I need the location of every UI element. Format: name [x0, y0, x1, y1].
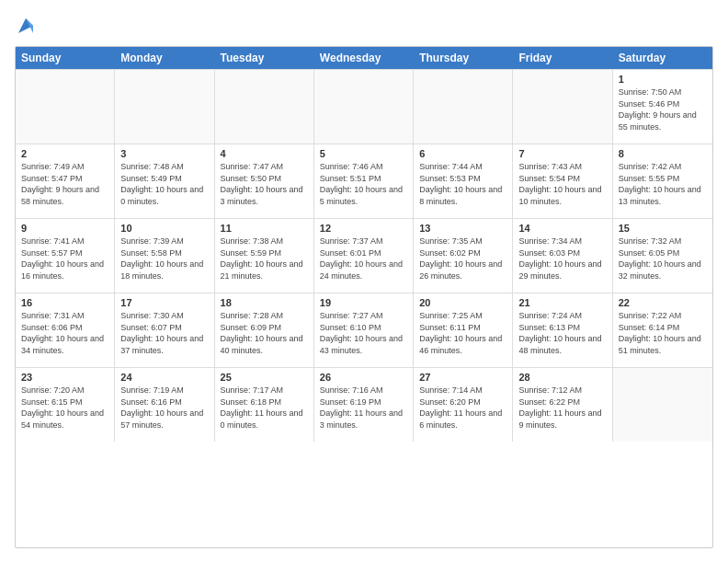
day-number: 1: [619, 74, 707, 85]
day-number: 2: [21, 148, 108, 159]
day-number: 13: [419, 223, 506, 234]
day-number: 25: [221, 372, 308, 383]
day-number: 9: [21, 223, 108, 234]
cell-info: Sunrise: 7:22 AM Sunset: 6:14 PM Dayligh…: [619, 310, 707, 356]
calendar-cell-2: 2Sunrise: 7:49 AM Sunset: 5:47 PM Daylig…: [16, 144, 115, 218]
day-number: 3: [120, 148, 208, 159]
calendar-cell-empty-2: [215, 70, 314, 144]
calendar-cell-18: 18Sunrise: 7:28 AM Sunset: 6:09 PM Dayli…: [215, 293, 314, 367]
cell-info: Sunrise: 7:46 AM Sunset: 5:51 PM Dayligh…: [320, 161, 407, 207]
calendar-cell-7: 7Sunrise: 7:43 AM Sunset: 5:54 PM Daylig…: [513, 144, 612, 218]
cell-info: Sunrise: 7:28 AM Sunset: 6:09 PM Dayligh…: [221, 310, 308, 356]
calendar-cell-empty-0: [16, 70, 115, 144]
day-number: 17: [120, 297, 208, 308]
cell-info: Sunrise: 7:49 AM Sunset: 5:47 PM Dayligh…: [21, 161, 108, 207]
calendar-cell-26: 26Sunrise: 7:16 AM Sunset: 6:19 PM Dayli…: [314, 368, 414, 442]
calendar-cell-27: 27Sunrise: 7:14 AM Sunset: 6:20 PM Dayli…: [414, 368, 513, 442]
calendar-cell-16: 16Sunrise: 7:31 AM Sunset: 6:06 PM Dayli…: [16, 293, 115, 367]
calendar-cell-empty-4: [414, 70, 513, 144]
cell-info: Sunrise: 7:48 AM Sunset: 5:49 PM Dayligh…: [120, 161, 208, 207]
cell-info: Sunrise: 7:50 AM Sunset: 5:46 PM Dayligh…: [619, 86, 707, 132]
cell-info: Sunrise: 7:44 AM Sunset: 5:53 PM Dayligh…: [419, 161, 506, 207]
cell-info: Sunrise: 7:16 AM Sunset: 6:19 PM Dayligh…: [320, 385, 407, 431]
header-day-friday: Friday: [513, 47, 612, 69]
calendar-cell-8: 8Sunrise: 7:42 AM Sunset: 5:55 PM Daylig…: [613, 144, 712, 218]
calendar-body: 1Sunrise: 7:50 AM Sunset: 5:46 PM Daylig…: [16, 69, 712, 442]
calendar-row-0: 1Sunrise: 7:50 AM Sunset: 5:46 PM Daylig…: [16, 69, 712, 144]
cell-info: Sunrise: 7:24 AM Sunset: 6:13 PM Dayligh…: [518, 310, 606, 356]
calendar-cell-23: 23Sunrise: 7:20 AM Sunset: 6:15 PM Dayli…: [16, 368, 115, 442]
calendar-cell-11: 11Sunrise: 7:38 AM Sunset: 5:59 PM Dayli…: [215, 219, 314, 293]
calendar-cell-empty-3: [314, 70, 414, 144]
cell-info: Sunrise: 7:34 AM Sunset: 6:03 PM Dayligh…: [518, 236, 606, 282]
day-number: 15: [619, 223, 707, 234]
day-number: 8: [619, 148, 707, 159]
day-number: 11: [221, 223, 308, 234]
cell-info: Sunrise: 7:32 AM Sunset: 6:05 PM Dayligh…: [619, 236, 707, 282]
day-number: 5: [320, 148, 407, 159]
day-number: 27: [419, 372, 506, 383]
calendar-cell-13: 13Sunrise: 7:35 AM Sunset: 6:02 PM Dayli…: [414, 219, 513, 293]
header-day-thursday: Thursday: [414, 47, 513, 69]
cell-info: Sunrise: 7:20 AM Sunset: 6:15 PM Dayligh…: [21, 385, 108, 431]
day-number: 16: [21, 297, 108, 308]
logo: [15, 15, 35, 37]
calendar-row-3: 16Sunrise: 7:31 AM Sunset: 6:06 PM Dayli…: [16, 293, 712, 367]
day-number: 7: [518, 148, 606, 159]
calendar-cell-12: 12Sunrise: 7:37 AM Sunset: 6:01 PM Dayli…: [314, 219, 414, 293]
day-number: 12: [320, 223, 407, 234]
day-number: 26: [320, 372, 407, 383]
calendar-cell-9: 9Sunrise: 7:41 AM Sunset: 5:57 PM Daylig…: [16, 219, 115, 293]
calendar-cell-20: 20Sunrise: 7:25 AM Sunset: 6:11 PM Dayli…: [414, 293, 513, 367]
calendar-cell-25: 25Sunrise: 7:17 AM Sunset: 6:18 PM Dayli…: [215, 368, 314, 442]
calendar-row-4: 23Sunrise: 7:20 AM Sunset: 6:15 PM Dayli…: [16, 367, 712, 442]
calendar-cell-19: 19Sunrise: 7:27 AM Sunset: 6:10 PM Dayli…: [314, 293, 414, 367]
cell-info: Sunrise: 7:35 AM Sunset: 6:02 PM Dayligh…: [419, 236, 506, 282]
calendar: SundayMondayTuesdayWednesdayThursdayFrid…: [15, 46, 713, 548]
calendar-header: SundayMondayTuesdayWednesdayThursdayFrid…: [16, 47, 712, 69]
calendar-cell-14: 14Sunrise: 7:34 AM Sunset: 6:03 PM Dayli…: [513, 219, 612, 293]
cell-info: Sunrise: 7:27 AM Sunset: 6:10 PM Dayligh…: [320, 310, 407, 356]
calendar-cell-6: 6Sunrise: 7:44 AM Sunset: 5:53 PM Daylig…: [414, 144, 513, 218]
cell-info: Sunrise: 7:17 AM Sunset: 6:18 PM Dayligh…: [221, 385, 308, 431]
cell-info: Sunrise: 7:14 AM Sunset: 6:20 PM Dayligh…: [419, 385, 506, 431]
calendar-cell-3: 3Sunrise: 7:48 AM Sunset: 5:49 PM Daylig…: [115, 144, 214, 218]
day-number: 28: [518, 372, 606, 383]
day-number: 20: [419, 297, 506, 308]
day-number: 19: [320, 297, 407, 308]
cell-info: Sunrise: 7:19 AM Sunset: 6:16 PM Dayligh…: [120, 385, 208, 431]
cell-info: Sunrise: 7:30 AM Sunset: 6:07 PM Dayligh…: [120, 310, 208, 356]
header-day-wednesday: Wednesday: [314, 47, 414, 69]
calendar-cell-empty-1: [115, 70, 214, 144]
cell-info: Sunrise: 7:39 AM Sunset: 5:58 PM Dayligh…: [120, 236, 208, 282]
day-number: 24: [120, 372, 208, 383]
calendar-row-1: 2Sunrise: 7:49 AM Sunset: 5:47 PM Daylig…: [16, 144, 712, 218]
cell-info: Sunrise: 7:12 AM Sunset: 6:22 PM Dayligh…: [518, 385, 606, 431]
day-number: 14: [518, 223, 606, 234]
header-day-saturday: Saturday: [613, 47, 712, 69]
calendar-cell-1: 1Sunrise: 7:50 AM Sunset: 5:46 PM Daylig…: [613, 70, 712, 144]
cell-info: Sunrise: 7:25 AM Sunset: 6:11 PM Dayligh…: [419, 310, 506, 356]
calendar-cell-5: 5Sunrise: 7:46 AM Sunset: 5:51 PM Daylig…: [314, 144, 414, 218]
cell-info: Sunrise: 7:47 AM Sunset: 5:50 PM Dayligh…: [221, 161, 308, 207]
calendar-cell-4: 4Sunrise: 7:47 AM Sunset: 5:50 PM Daylig…: [215, 144, 314, 218]
page: SundayMondayTuesdayWednesdayThursdayFrid…: [0, 0, 728, 563]
calendar-cell-28: 28Sunrise: 7:12 AM Sunset: 6:22 PM Dayli…: [513, 368, 612, 442]
calendar-cell-17: 17Sunrise: 7:30 AM Sunset: 6:07 PM Dayli…: [115, 293, 214, 367]
day-number: 23: [21, 372, 108, 383]
calendar-cell-22: 22Sunrise: 7:22 AM Sunset: 6:14 PM Dayli…: [613, 293, 712, 367]
header-day-monday: Monday: [115, 47, 214, 69]
calendar-cell-21: 21Sunrise: 7:24 AM Sunset: 6:13 PM Dayli…: [513, 293, 612, 367]
day-number: 4: [221, 148, 308, 159]
calendar-row-2: 9Sunrise: 7:41 AM Sunset: 5:57 PM Daylig…: [16, 218, 712, 293]
logo-icon: [17, 15, 35, 37]
cell-info: Sunrise: 7:31 AM Sunset: 6:06 PM Dayligh…: [21, 310, 108, 356]
cell-info: Sunrise: 7:41 AM Sunset: 5:57 PM Dayligh…: [21, 236, 108, 282]
day-number: 21: [518, 297, 606, 308]
header-day-tuesday: Tuesday: [215, 47, 314, 69]
header-day-sunday: Sunday: [16, 47, 115, 69]
calendar-cell-15: 15Sunrise: 7:32 AM Sunset: 6:05 PM Dayli…: [613, 219, 712, 293]
cell-info: Sunrise: 7:43 AM Sunset: 5:54 PM Dayligh…: [518, 161, 606, 207]
calendar-cell-10: 10Sunrise: 7:39 AM Sunset: 5:58 PM Dayli…: [115, 219, 214, 293]
day-number: 6: [419, 148, 506, 159]
